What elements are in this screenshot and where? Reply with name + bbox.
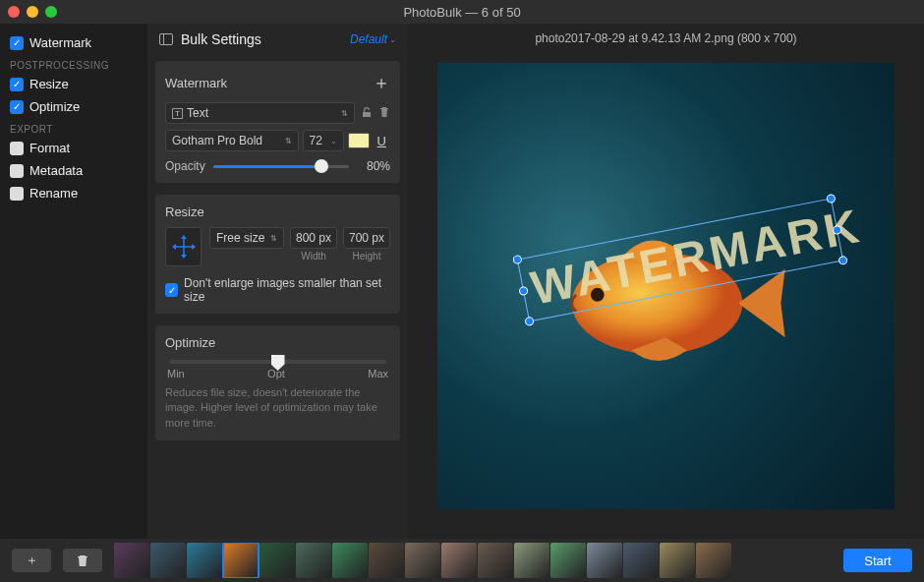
preset-label: Default — [350, 32, 387, 46]
sidebar-item-watermark[interactable]: ✓ Watermark — [0, 31, 147, 54]
optimize-opt-label: Opt — [267, 368, 285, 379]
unlock-icon[interactable] — [361, 106, 373, 121]
slider-thumb[interactable] — [315, 159, 328, 173]
optimize-description: Reduces file size, doesn't deteriorate t… — [165, 385, 390, 431]
width-input[interactable]: 800 px — [290, 227, 337, 249]
thumbnail[interactable] — [332, 543, 368, 578]
watermark-type-selector[interactable]: T Text ⇅ — [165, 102, 355, 124]
width-label: Width — [301, 251, 326, 262]
preset-selector[interactable]: Default ⌄ — [350, 32, 396, 46]
checkbox-icon[interactable]: ✓ — [10, 100, 24, 114]
trash-icon[interactable] — [378, 106, 390, 121]
start-button[interactable]: Start — [843, 549, 912, 572]
dont-enlarge-label: Don't enlarge images smaller than set si… — [184, 276, 390, 304]
thumbnail[interactable] — [187, 543, 222, 578]
checkbox-icon[interactable] — [10, 164, 24, 178]
add-watermark-button[interactable]: ＋ — [373, 71, 390, 94]
sidebar-item-label: Optimize — [29, 99, 80, 114]
font-selector[interactable]: Gotham Pro Bold ⇅ — [165, 130, 299, 151]
zoom-window-button[interactable] — [45, 6, 57, 18]
checkbox-icon[interactable]: ✓ — [10, 36, 24, 50]
settings-column: Bulk Settings Default ⌄ Watermark ＋ T Te… — [147, 24, 408, 539]
resize-mode-selector[interactable]: Free size ⇅ — [209, 227, 284, 249]
panel-title: Resize — [165, 204, 204, 219]
chevron-updown-icon: ⇅ — [270, 234, 277, 243]
thumbnail[interactable] — [405, 543, 440, 578]
checkbox-icon[interactable] — [10, 142, 24, 155]
sidebar-item-label: Format — [29, 141, 70, 155]
chevron-down-icon: ⌄ — [389, 35, 396, 44]
thumbnail[interactable] — [696, 543, 731, 578]
panel-title: Watermark — [165, 76, 227, 90]
thumbnail-strip[interactable] — [114, 543, 832, 578]
sidebar-item-resize[interactable]: ✓ Resize — [0, 73, 147, 95]
font-size-input[interactable]: 72 ⌄ — [303, 130, 344, 151]
opacity-slider[interactable] — [213, 165, 349, 168]
thumbnail[interactable] — [441, 543, 477, 578]
panel-title: Optimize — [165, 335, 215, 350]
resize-mode-label: Free size — [216, 231, 264, 245]
resize-panel: Resize Free size ⇅ 800 px Widt — [155, 195, 400, 314]
thumbnail[interactable] — [150, 543, 186, 578]
preview-area: photo2017-08-29 at 9.42.13 AM 2.png (800… — [408, 24, 924, 539]
optimize-max-label: Max — [368, 368, 388, 379]
sidebar-item-format[interactable]: Format — [0, 137, 147, 159]
close-window-button[interactable] — [8, 6, 20, 18]
optimize-slider[interactable] — [169, 360, 386, 364]
thumbnail[interactable] — [478, 543, 513, 578]
window-title: PhotoBulk — 6 of 50 — [403, 5, 520, 20]
preview-canvas[interactable]: WATERMARK — [437, 63, 895, 509]
resize-handle[interactable] — [524, 317, 535, 327]
start-button-label: Start — [864, 553, 891, 568]
thumbnail[interactable] — [260, 543, 295, 578]
settings-title: Bulk Settings — [181, 31, 261, 47]
resize-mode-icon[interactable] — [165, 227, 202, 266]
add-images-button[interactable]: ＋ — [12, 549, 51, 572]
chevron-updown-icon: ⇅ — [341, 109, 348, 118]
thumbnail[interactable] — [550, 543, 586, 578]
settings-header: Bulk Settings Default ⌄ — [147, 24, 408, 55]
sidebar: ✓ Watermark POSTPROCESSING ✓ Resize ✓ Op… — [0, 24, 147, 539]
text-type-icon: T — [172, 108, 183, 119]
font-size-value: 72 — [310, 134, 322, 147]
preview-filename: photo2017-08-29 at 9.42.13 AM 2.png (800… — [408, 24, 924, 53]
minimize-window-button[interactable] — [27, 6, 38, 18]
section-label-postprocessing: POSTPROCESSING — [0, 54, 147, 73]
sidebar-item-optimize[interactable]: ✓ Optimize — [0, 95, 147, 118]
chevron-updown-icon: ⇅ — [285, 137, 292, 146]
resize-handle[interactable] — [837, 256, 848, 266]
opacity-value: 80% — [357, 159, 390, 173]
dont-enlarge-checkbox[interactable]: ✓ — [165, 283, 178, 297]
sidebar-item-label: Rename — [29, 186, 78, 201]
underline-button[interactable]: U — [374, 134, 390, 148]
sidebar-item-rename[interactable]: Rename — [0, 182, 147, 204]
delete-image-button[interactable] — [63, 549, 102, 572]
height-input[interactable]: 700 px — [343, 227, 390, 249]
traffic-lights — [8, 6, 57, 18]
chevron-down-icon: ⌄ — [330, 137, 337, 146]
thumbnail[interactable] — [296, 543, 331, 578]
bulk-settings-icon — [159, 33, 173, 45]
checkbox-icon[interactable]: ✓ — [10, 78, 24, 91]
sidebar-item-label: Metadata — [29, 163, 83, 178]
sidebar-item-label: Resize — [29, 77, 69, 91]
thumbnail[interactable] — [223, 543, 259, 578]
color-swatch[interactable] — [348, 133, 370, 148]
watermark-panel: Watermark ＋ T Text ⇅ Gotham Pro Bold — [155, 61, 400, 183]
watermark-type-label: Text — [187, 106, 208, 120]
opacity-label: Opacity — [165, 159, 205, 173]
sidebar-item-metadata[interactable]: Metadata — [0, 159, 147, 182]
font-label: Gotham Pro Bold — [172, 134, 262, 147]
thumbnail[interactable] — [514, 543, 549, 578]
thumbnail[interactable] — [114, 543, 149, 578]
thumbnail[interactable] — [369, 543, 404, 578]
thumbnail[interactable] — [587, 543, 622, 578]
thumbnail[interactable] — [623, 543, 659, 578]
optimize-min-label: Min — [167, 368, 185, 379]
height-label: Height — [353, 251, 381, 262]
footer: ＋ Start — [0, 539, 924, 582]
checkbox-icon[interactable] — [10, 187, 24, 201]
titlebar: PhotoBulk — 6 of 50 — [0, 0, 924, 24]
thumbnail[interactable] — [660, 543, 695, 578]
section-label-export: EXPORT — [0, 118, 147, 137]
